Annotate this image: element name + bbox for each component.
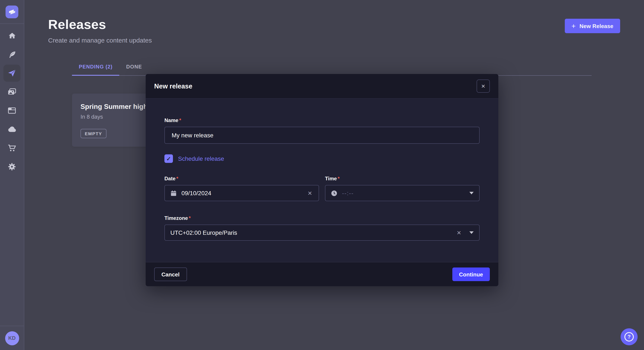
schedule-release-label[interactable]: Schedule release bbox=[178, 155, 224, 162]
required-asterisk: * bbox=[338, 176, 340, 181]
modal-header: New release ✕ bbox=[146, 74, 498, 99]
date-field-group: Date* 09/10/2024 ✕ bbox=[164, 176, 319, 201]
chevron-down-icon[interactable] bbox=[469, 231, 474, 234]
chevron-down-icon[interactable] bbox=[469, 192, 474, 194]
app-viewport: KD Releases Create and manage content up… bbox=[0, 0, 644, 350]
required-asterisk: * bbox=[176, 176, 178, 181]
timezone-label: Timezone* bbox=[164, 215, 480, 221]
timezone-value: UTC+02:00 Europe/Paris bbox=[170, 229, 451, 236]
modal-close-button[interactable]: ✕ bbox=[476, 80, 490, 93]
required-asterisk: * bbox=[189, 215, 190, 221]
check-icon: ✓ bbox=[166, 156, 171, 162]
clock-icon bbox=[331, 190, 337, 196]
name-input[interactable] bbox=[164, 127, 480, 144]
date-label: Date* bbox=[164, 176, 319, 181]
date-value: 09/10/2024 bbox=[182, 190, 302, 196]
required-asterisk: * bbox=[179, 117, 181, 123]
timezone-clear-icon[interactable]: ✕ bbox=[456, 229, 462, 237]
modal-body: Name* ✓ Schedule release Date* bbox=[146, 99, 498, 262]
time-field-group: Time* --:-- bbox=[325, 176, 480, 201]
date-input[interactable]: 09/10/2024 ✕ bbox=[164, 185, 319, 201]
cancel-button[interactable]: Cancel bbox=[154, 268, 187, 281]
calendar-icon bbox=[170, 190, 177, 196]
time-label: Time* bbox=[325, 176, 480, 181]
time-label-text: Time bbox=[325, 176, 337, 181]
timezone-select[interactable]: UTC+02:00 Europe/Paris ✕ bbox=[164, 224, 480, 241]
date-clear-icon[interactable]: ✕ bbox=[307, 189, 313, 197]
name-label-text: Name bbox=[164, 117, 178, 123]
schedule-release-checkbox[interactable]: ✓ bbox=[164, 154, 173, 163]
continue-button[interactable]: Continue bbox=[452, 268, 490, 281]
modal-title: New release bbox=[154, 82, 192, 90]
time-input[interactable]: --:-- bbox=[325, 185, 480, 201]
timezone-field-group: Timezone* UTC+02:00 Europe/Paris ✕ bbox=[164, 215, 480, 241]
modal-footer: Cancel Continue bbox=[146, 262, 498, 286]
schedule-release-row: ✓ Schedule release bbox=[164, 154, 480, 163]
name-label: Name* bbox=[164, 117, 480, 123]
date-label-text: Date bbox=[164, 176, 176, 181]
close-icon: ✕ bbox=[481, 83, 485, 89]
time-placeholder: --:-- bbox=[342, 190, 462, 196]
timezone-label-text: Timezone bbox=[164, 215, 188, 221]
name-field-group: Name* bbox=[164, 117, 480, 144]
new-release-modal: New release ✕ Name* ✓ Schedule release bbox=[146, 74, 498, 286]
